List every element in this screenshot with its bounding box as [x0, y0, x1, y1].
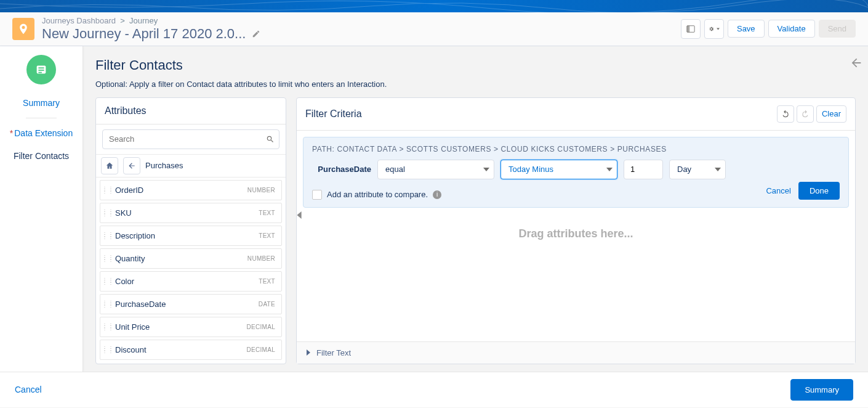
- header: Journeys Dashboard > Journey New Journey…: [0, 12, 868, 46]
- clear-button[interactable]: Clear: [816, 105, 846, 123]
- attribute-row[interactable]: ⋮⋮⋮⋮QuantityNUMBER: [100, 248, 282, 269]
- rule-path: PATH: CONTACT DATA > SCOTTS CUSTOMERS > …: [312, 145, 840, 153]
- attribute-row[interactable]: ⋮⋮⋮⋮Unit PriceDECIMAL: [100, 317, 282, 337]
- attribute-type: DATE: [259, 301, 275, 308]
- breadcrumb: Journeys Dashboard > Journey: [42, 16, 681, 26]
- settings-menu-button[interactable]: [704, 19, 724, 39]
- attribute-type: NUMBER: [247, 187, 275, 194]
- redo-button: [797, 105, 814, 123]
- attribute-type: DECIMAL: [246, 324, 275, 330]
- attribute-name: Description: [115, 231, 259, 240]
- svg-rect-3: [38, 67, 44, 68]
- search-icon: [266, 135, 275, 144]
- footer-cancel-button[interactable]: Cancel: [15, 385, 42, 394]
- nav-filter-contacts[interactable]: Filter Contacts: [0, 144, 82, 167]
- wizard-nav: Summary *Data Extension Filter Contacts: [0, 46, 83, 372]
- rule-done-button[interactable]: Done: [798, 182, 840, 200]
- app-banner: [0, 0, 868, 12]
- operator-select[interactable]: equal: [377, 160, 494, 179]
- chevron-right-icon: [305, 349, 311, 356]
- attribute-type: TEXT: [259, 232, 275, 239]
- drag-handle-icon[interactable]: ⋮⋮⋮⋮: [103, 348, 113, 351]
- attributes-panel: Attributes Purchases ⋮⋮⋮⋮OrderIDNUMBER⋮⋮…: [95, 97, 286, 364]
- breadcrumb-dashboard[interactable]: Journeys Dashboard: [42, 16, 116, 25]
- attribute-type: DECIMAL: [246, 346, 275, 353]
- attribute-row[interactable]: ⋮⋮⋮⋮SKUTEXT: [100, 203, 282, 223]
- relative-date-select[interactable]: Today Minus: [500, 160, 617, 179]
- back-icon[interactable]: [123, 157, 140, 174]
- content-title: Filter Contacts: [95, 57, 856, 73]
- svg-rect-1: [687, 26, 689, 33]
- attribute-search-input[interactable]: [102, 129, 279, 149]
- unit-select[interactable]: Day: [669, 160, 726, 179]
- footer: Cancel Summary: [0, 372, 868, 407]
- attribute-name: Discount: [115, 345, 246, 354]
- info-icon[interactable]: i: [433, 190, 441, 199]
- close-panel-icon[interactable]: [850, 56, 863, 70]
- header-actions: Save Validate Send: [681, 19, 856, 39]
- chevron-down-icon: [606, 168, 613, 171]
- drag-handle-icon[interactable]: ⋮⋮⋮⋮: [103, 188, 113, 192]
- filter-text-toggle[interactable]: Filter Text: [297, 341, 855, 364]
- offset-value-input[interactable]: [624, 160, 663, 179]
- rule-cancel-button[interactable]: Cancel: [766, 182, 790, 200]
- attribute-row[interactable]: ⋮⋮⋮⋮OrderIDNUMBER: [100, 180, 282, 200]
- nav-summary[interactable]: Summary: [0, 92, 82, 114]
- breadcrumb-journey: Journey: [129, 16, 158, 25]
- validate-button[interactable]: Validate: [768, 20, 815, 38]
- content-description: Optional: Apply a filter on Contact data…: [95, 80, 856, 89]
- save-button[interactable]: Save: [728, 20, 765, 38]
- footer-summary-button[interactable]: Summary: [790, 379, 853, 401]
- attribute-type: TEXT: [259, 210, 275, 216]
- attribute-row[interactable]: ⋮⋮⋮⋮ColorTEXT: [100, 271, 282, 292]
- attribute-row[interactable]: ⋮⋮⋮⋮PurchaseDateDATE: [100, 294, 282, 314]
- attribute-type: NUMBER: [247, 255, 275, 262]
- collapse-handle-icon[interactable]: [296, 209, 302, 221]
- drag-handle-icon[interactable]: ⋮⋮⋮⋮: [103, 325, 113, 328]
- criteria-panel: Filter Criteria Clear PATH:: [296, 97, 856, 364]
- nav-data-extension[interactable]: *Data Extension: [0, 122, 82, 144]
- page-title: New Journey - April 17 2020 2.0...: [42, 26, 246, 42]
- attribute-row[interactable]: ⋮⋮⋮⋮DescriptionTEXT: [100, 226, 282, 246]
- nav-separator: [26, 118, 57, 118]
- attribute-name: Quantity: [115, 254, 247, 263]
- dropzone[interactable]: Drag attributes here...: [303, 213, 849, 250]
- journey-icon: [12, 18, 34, 40]
- attribute-type: TEXT: [259, 278, 275, 285]
- send-button: Send: [819, 20, 856, 38]
- attribute-name: Color: [115, 277, 259, 286]
- home-icon[interactable]: [101, 157, 118, 174]
- drag-handle-icon[interactable]: ⋮⋮⋮⋮: [103, 279, 113, 283]
- attribute-folder-label: Purchases: [145, 161, 183, 170]
- criteria-title: Filter Criteria: [305, 108, 362, 120]
- attribute-name: OrderID: [115, 186, 247, 195]
- attribute-name: SKU: [115, 208, 259, 218]
- summary-icon: [26, 55, 56, 84]
- svg-rect-5: [38, 72, 41, 73]
- panel-toggle-button[interactable]: [681, 19, 701, 39]
- chevron-down-icon: [483, 168, 489, 171]
- rule-editor: PATH: CONTACT DATA > SCOTTS CUSTOMERS > …: [303, 137, 849, 208]
- attributes-title: Attributes: [105, 105, 147, 116]
- undo-button[interactable]: [777, 105, 794, 123]
- compare-label: Add an attribute to compare.: [327, 190, 428, 199]
- rule-attribute-label: PurchaseDate: [312, 165, 371, 174]
- drag-handle-icon[interactable]: ⋮⋮⋮⋮: [103, 302, 113, 306]
- drag-handle-icon[interactable]: ⋮⋮⋮⋮: [103, 256, 113, 260]
- drag-handle-icon[interactable]: ⋮⋮⋮⋮: [103, 211, 113, 214]
- drag-handle-icon[interactable]: ⋮⋮⋮⋮: [103, 234, 113, 237]
- chevron-down-icon: [715, 168, 721, 171]
- attribute-name: PurchaseDate: [115, 300, 259, 309]
- compare-checkbox[interactable]: [312, 190, 322, 200]
- svg-rect-4: [38, 70, 44, 71]
- edit-title-icon[interactable]: [252, 30, 260, 38]
- attribute-row[interactable]: ⋮⋮⋮⋮DiscountDECIMAL: [100, 340, 282, 360]
- attribute-name: Unit Price: [115, 322, 246, 332]
